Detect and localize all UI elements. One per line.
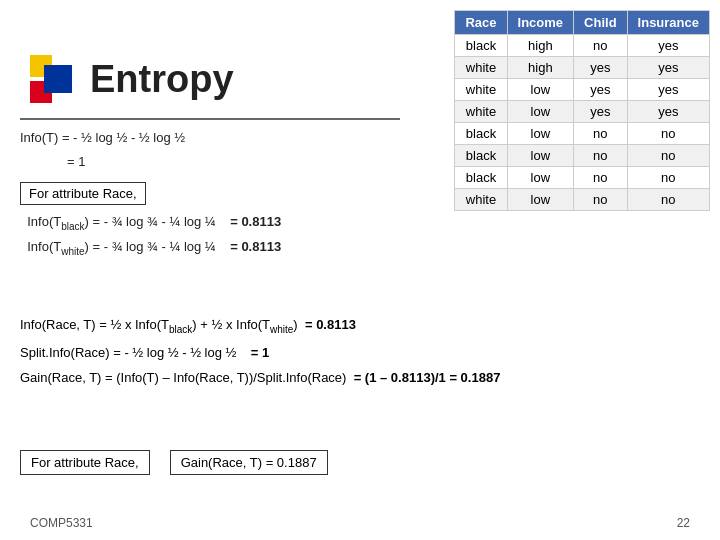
table-cell: low xyxy=(507,101,574,123)
table-cell: no xyxy=(627,167,709,189)
table-cell: black xyxy=(455,123,507,145)
table-cell: yes xyxy=(574,57,628,79)
table-cell: high xyxy=(507,57,574,79)
icon-blue xyxy=(44,65,72,93)
info-t-formula: Info(T) = - ½ log ½ - ½ log ½ xyxy=(20,128,281,149)
table-row: blacklownono xyxy=(455,145,710,167)
footer: COMP5331 22 xyxy=(0,516,720,530)
col-race: Race xyxy=(455,11,507,35)
table-cell: low xyxy=(507,167,574,189)
table-cell: black xyxy=(455,167,507,189)
title-icon xyxy=(30,55,78,103)
main-content: Info(T) = - ½ log ½ - ½ log ½ = 1 For at… xyxy=(20,125,281,263)
table-row: blackhighnoyes xyxy=(455,35,710,57)
table-cell: high xyxy=(507,35,574,57)
table-row: whitehighyesyes xyxy=(455,57,710,79)
col-child: Child xyxy=(574,11,628,35)
col-insurance: Insurance xyxy=(627,11,709,35)
table-cell: low xyxy=(507,145,574,167)
table-cell: yes xyxy=(627,35,709,57)
table-cell: white xyxy=(455,101,507,123)
bottom-boxes: For attribute Race, Gain(Race, T) = 0.18… xyxy=(20,450,328,475)
table-cell: low xyxy=(507,123,574,145)
gain-formula: Gain(Race, T) = (Info(T) – Info(Race, T)… xyxy=(20,368,500,389)
table-cell: black xyxy=(455,145,507,167)
page-number: 22 xyxy=(677,516,690,530)
table-cell: no xyxy=(574,35,628,57)
table-cell: white xyxy=(455,189,507,211)
gain-result-box: Gain(Race, T) = 0.1887 xyxy=(170,450,328,475)
for-attribute-box-2: For attribute Race, xyxy=(20,450,150,475)
table-cell: no xyxy=(574,189,628,211)
info-black-formula: Info(Tblack) = - ¾ log ¾ - ¼ log ¼ = 0.8… xyxy=(20,212,281,235)
table-row: blacklownono xyxy=(455,167,710,189)
table-cell: yes xyxy=(574,79,628,101)
table-cell: no xyxy=(574,145,628,167)
table-cell: low xyxy=(507,189,574,211)
table-cell: yes xyxy=(574,101,628,123)
info-t-eq: = 1 xyxy=(20,152,281,173)
table-row: whitelowyesyes xyxy=(455,79,710,101)
table-cell: yes xyxy=(627,79,709,101)
course-label: COMP5331 xyxy=(30,516,93,530)
table-cell: yes xyxy=(627,57,709,79)
table-row: blacklownono xyxy=(455,123,710,145)
table-row: whitelownono xyxy=(455,189,710,211)
table-cell: black xyxy=(455,35,507,57)
table-cell: no xyxy=(627,123,709,145)
table-cell: no xyxy=(574,167,628,189)
info-white-formula: Info(Twhite) = - ¾ log ¾ - ¼ log ¼ = 0.8… xyxy=(20,237,281,260)
bottom-formulas: Info(Race, T) = ½ x Info(Tblack) + ½ x I… xyxy=(20,310,500,394)
divider xyxy=(20,118,400,120)
col-income: Income xyxy=(507,11,574,35)
page-title: Entropy xyxy=(90,58,234,101)
split-info-formula: Split.Info(Race) = - ½ log ½ - ½ log ½ =… xyxy=(20,343,500,364)
table-cell: no xyxy=(627,189,709,211)
info-race-formula: Info(Race, T) = ½ x Info(Tblack) + ½ x I… xyxy=(20,315,500,338)
data-table: Race Income Child Insurance blackhighnoy… xyxy=(454,10,710,211)
table-cell: white xyxy=(455,79,507,101)
table-cell: yes xyxy=(627,101,709,123)
table-cell: no xyxy=(574,123,628,145)
for-attribute-box-1: For attribute Race, xyxy=(20,182,146,205)
table-cell: white xyxy=(455,57,507,79)
table-cell: no xyxy=(627,145,709,167)
title-area: Entropy xyxy=(30,55,234,103)
table-row: whitelowyesyes xyxy=(455,101,710,123)
table-cell: low xyxy=(507,79,574,101)
